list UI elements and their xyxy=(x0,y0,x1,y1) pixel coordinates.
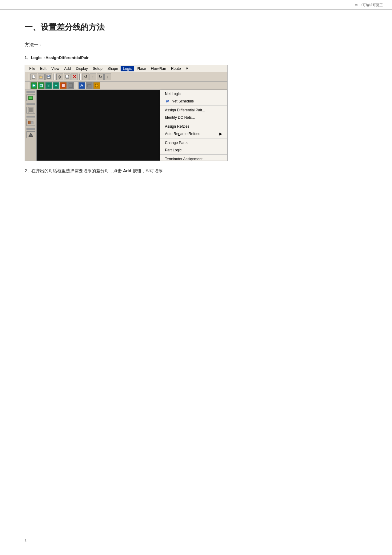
tb-delete[interactable]: ✕ xyxy=(71,74,78,80)
sep2 xyxy=(160,122,227,122)
sb-strip3 xyxy=(26,116,35,118)
sb-strip4 xyxy=(26,128,35,130)
step2-add: Add xyxy=(123,168,131,173)
tb-sep4 xyxy=(28,82,29,89)
version-text: v1.0 可编辑可更正 xyxy=(355,3,383,7)
tb-sep5 xyxy=(76,82,77,89)
step2-text1: 2、在弹出的对话框里选择需要增添的差分对，点击 xyxy=(25,168,122,173)
menu-assign-refdes[interactable]: Assign RefDes xyxy=(160,123,227,130)
svg-marker-42 xyxy=(29,133,33,137)
menu-edit[interactable]: Edit xyxy=(38,66,49,71)
svg-rect-34 xyxy=(29,97,32,99)
menu-part-logic[interactable]: Part Logic... xyxy=(160,146,227,154)
terminator-label: Terminator Assignment... xyxy=(165,157,206,161)
menu-bar: File Edit View Add Display Setup Shape L… xyxy=(25,65,227,72)
auto-rename-arrow: ▶ xyxy=(219,132,222,136)
change-parts-label: Change Parts xyxy=(165,141,187,145)
toolbar-row1: ✕ ↺ ↑ ↻ ↓ xyxy=(25,72,227,82)
tb-orange1[interactable] xyxy=(60,82,67,89)
identify-dc-label: Identify DC Nets... xyxy=(165,115,195,120)
top-bar: v1.0 可编辑可更正 xyxy=(0,0,392,10)
sb-strip xyxy=(26,91,35,93)
svg-point-7 xyxy=(59,77,60,77)
tb-teal2[interactable] xyxy=(53,82,59,89)
sep3 xyxy=(160,138,227,138)
left-sidebar xyxy=(25,90,37,161)
step2-label: 2、在弹出的对话框里选择需要增添的差分对，点击 Add 按钮，即可增添 xyxy=(25,168,367,174)
tb-gray1[interactable] xyxy=(67,82,74,89)
tb-blue1[interactable] xyxy=(78,82,85,89)
dropdown-menu: Net Logic N Net Schedule Assign Differen… xyxy=(160,90,227,161)
tb-sep3 xyxy=(79,74,81,80)
tb-down[interactable]: ↓ xyxy=(104,74,111,80)
menu-assign-diff-pair[interactable]: Assign Differential Pair... xyxy=(160,106,227,114)
page-number: 1 xyxy=(25,538,27,543)
sb-icon1[interactable] xyxy=(26,94,35,101)
step2-text2: 按钮，即可增添 xyxy=(133,168,163,173)
sb-icon3[interactable] xyxy=(26,119,35,126)
sb-icon4[interactable] xyxy=(26,131,35,138)
menu-route[interactable]: Route xyxy=(169,66,183,71)
svg-rect-0 xyxy=(32,75,35,78)
svg-text:S: S xyxy=(48,84,49,87)
menu-flowplan[interactable]: FlowPlan xyxy=(148,66,168,71)
section-title: 一、设置差分线的方法 xyxy=(25,22,367,33)
part-logic-label: Part Logic... xyxy=(165,148,185,152)
menu-terminator[interactable]: Terminator Assignment... xyxy=(160,155,227,161)
sep4 xyxy=(160,154,227,155)
net-schedule-icon: N xyxy=(165,99,170,103)
tb-teal1[interactable]: S xyxy=(45,82,52,89)
tb-sep1 xyxy=(28,74,29,80)
tb-green1[interactable] xyxy=(30,82,37,89)
tb-save[interactable] xyxy=(45,74,52,80)
tb-open[interactable] xyxy=(38,74,45,80)
sb-strip2 xyxy=(26,103,35,105)
tb-circle[interactable] xyxy=(93,82,100,89)
svg-rect-30 xyxy=(87,85,91,87)
tb-redo[interactable]: ↻ xyxy=(97,74,104,80)
auto-rename-label: Auto Rename Refdes xyxy=(165,132,200,136)
tb-copy[interactable] xyxy=(64,74,70,80)
tb-gray2[interactable] xyxy=(86,82,93,89)
net-logic-label: Net Logic xyxy=(165,92,181,96)
assign-refdes-label: Assign RefDes xyxy=(165,124,189,129)
menu-auto-rename[interactable]: Auto Rename Refdes ▶ xyxy=(160,130,227,138)
menu-setup[interactable]: Setup xyxy=(90,66,105,71)
menu-a[interactable]: A xyxy=(183,66,191,71)
main-area: Net Logic N Net Schedule Assign Differen… xyxy=(25,90,227,161)
method-label: 方法一： xyxy=(25,42,367,48)
sep1 xyxy=(160,106,227,106)
toolbar-row2: S xyxy=(25,82,227,90)
menu-add[interactable]: Add xyxy=(62,66,73,71)
menu-display[interactable]: Display xyxy=(73,66,90,71)
menu-file[interactable]: File xyxy=(27,66,38,71)
screenshot-box: File Edit View Add Display Setup Shape L… xyxy=(25,65,228,161)
menu-place[interactable]: Place xyxy=(134,66,148,71)
svg-rect-2 xyxy=(39,76,41,77)
sb-icon2[interactable] xyxy=(26,107,35,114)
menu-net-schedule[interactable]: N Net Schedule xyxy=(160,98,227,105)
menu-shape[interactable]: Shape xyxy=(105,66,121,71)
menu-change-parts[interactable]: Change Parts xyxy=(160,139,227,146)
menu-logic[interactable]: Logic xyxy=(121,66,134,71)
tb-undo[interactable]: ↺ xyxy=(82,74,89,80)
svg-point-32 xyxy=(96,85,98,86)
svg-rect-22 xyxy=(55,85,57,86)
svg-rect-35 xyxy=(28,107,33,113)
menu-view[interactable]: View xyxy=(49,66,62,71)
tb-cog[interactable] xyxy=(56,74,63,80)
page-content: 一、设置差分线的方法 方法一： 1、Logic→AssignDifferentt… xyxy=(0,10,392,198)
menu-identify-dc[interactable]: Identify DC Nets... xyxy=(160,114,227,121)
svg-rect-40 xyxy=(28,121,30,124)
net-schedule-label: Net Schedule xyxy=(172,99,194,103)
tb-up[interactable]: ↑ xyxy=(90,74,96,80)
tb-green2[interactable] xyxy=(38,82,45,89)
svg-rect-41 xyxy=(31,122,33,124)
tb-sep2 xyxy=(54,74,55,80)
step1-label: 1、Logic→AssignDifferenttialPair xyxy=(25,55,367,61)
tb-new[interactable] xyxy=(30,74,37,80)
assign-diff-pair-label: Assign Differential Pair... xyxy=(165,108,205,112)
menu-net-logic[interactable]: Net Logic xyxy=(160,90,227,98)
svg-rect-13 xyxy=(66,75,68,78)
svg-rect-27 xyxy=(69,84,73,87)
